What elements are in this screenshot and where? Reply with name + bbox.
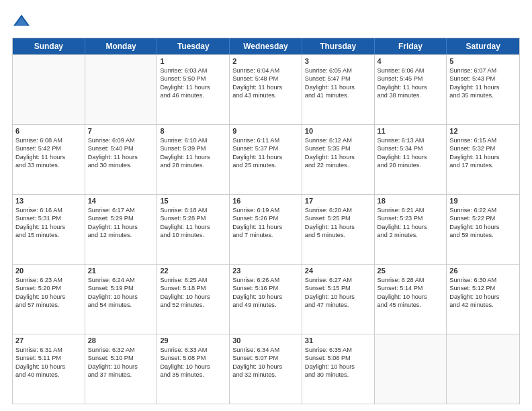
cell-text-line: Sunset: 5:28 PM — [160, 214, 226, 222]
calendar-cell: 6Sunrise: 6:08 AMSunset: 5:42 PMDaylight… — [13, 125, 85, 194]
calendar-cell: 11Sunrise: 6:13 AMSunset: 5:34 PMDayligh… — [375, 125, 447, 194]
cell-text-line: Daylight: 11 hours — [305, 223, 371, 231]
cell-text-line: and 7 minutes. — [232, 231, 299, 239]
calendar-cell: 22Sunrise: 6:25 AMSunset: 5:18 PMDayligh… — [157, 265, 230, 334]
cell-text-line: Sunrise: 6:26 AM — [232, 276, 299, 284]
cell-text-line: and 47 minutes. — [305, 301, 371, 309]
cell-text-line: Sunset: 5:39 PM — [160, 144, 226, 152]
cell-text-line: and 54 minutes. — [88, 301, 154, 309]
calendar-cell: 21Sunrise: 6:24 AMSunset: 5:19 PMDayligh… — [85, 265, 158, 334]
cell-text-line: Sunset: 5:48 PM — [232, 75, 299, 83]
calendar-cell — [13, 55, 85, 124]
day-header-monday: Monday — [85, 38, 158, 54]
calendar-cell — [375, 334, 447, 404]
cell-text-line: Sunset: 5:40 PM — [88, 144, 154, 152]
calendar-cell: 19Sunrise: 6:22 AMSunset: 5:22 PMDayligh… — [447, 195, 519, 264]
cell-text-line: Sunset: 5:10 PM — [88, 354, 154, 362]
cell-text-line: and 2 minutes. — [378, 231, 444, 239]
calendar-cell: 2Sunrise: 6:04 AMSunset: 5:48 PMDaylight… — [230, 55, 302, 124]
cell-text-line: Sunrise: 6:28 AM — [378, 276, 444, 284]
cell-text-line: Sunrise: 6:16 AM — [15, 206, 82, 214]
calendar-cell: 14Sunrise: 6:17 AMSunset: 5:29 PMDayligh… — [85, 195, 158, 264]
cell-text-line: Daylight: 11 hours — [378, 223, 444, 231]
cell-text-line: Daylight: 10 hours — [449, 293, 517, 301]
calendar-cell: 16Sunrise: 6:19 AMSunset: 5:26 PMDayligh… — [230, 195, 302, 264]
calendar-cell — [85, 55, 158, 124]
calendar-cell: 27Sunrise: 6:31 AMSunset: 5:11 PMDayligh… — [13, 334, 85, 404]
cell-text-line: Sunset: 5:25 PM — [305, 214, 371, 222]
day-header-friday: Friday — [375, 38, 447, 54]
cell-text-line: Sunset: 5:42 PM — [15, 144, 82, 152]
cell-text-line: and 57 minutes. — [15, 301, 82, 309]
cell-text-line: Sunset: 5:23 PM — [378, 214, 444, 222]
day-number: 28 — [88, 336, 154, 345]
day-number: 26 — [449, 267, 517, 275]
day-number: 30 — [232, 336, 299, 345]
cell-text-line: Sunrise: 6:27 AM — [305, 276, 371, 284]
calendar-cell: 29Sunrise: 6:33 AMSunset: 5:08 PMDayligh… — [157, 334, 230, 404]
day-number: 20 — [15, 267, 82, 275]
cell-text-line: Sunrise: 6:32 AM — [88, 346, 154, 354]
day-header-saturday: Saturday — [447, 38, 519, 54]
cell-text-line: Sunrise: 6:25 AM — [160, 276, 226, 284]
cell-text-line: Sunset: 5:47 PM — [305, 75, 371, 83]
day-number: 16 — [232, 197, 299, 205]
cell-text-line: and 25 minutes. — [232, 161, 299, 169]
cell-text-line: Sunset: 5:37 PM — [232, 144, 299, 152]
calendar-cell: 17Sunrise: 6:20 AMSunset: 5:25 PMDayligh… — [302, 195, 375, 264]
cell-text-line: Sunset: 5:35 PM — [305, 144, 371, 152]
cell-text-line: Sunset: 5:18 PM — [160, 284, 226, 292]
calendar-cell: 20Sunrise: 6:23 AMSunset: 5:20 PMDayligh… — [13, 265, 85, 334]
header — [12, 12, 520, 31]
cell-text-line: Daylight: 10 hours — [449, 223, 517, 231]
cell-text-line: Daylight: 10 hours — [232, 293, 299, 301]
calendar-cell: 12Sunrise: 6:15 AMSunset: 5:32 PMDayligh… — [447, 125, 519, 194]
calendar-cell: 25Sunrise: 6:28 AMSunset: 5:14 PMDayligh… — [375, 265, 447, 334]
calendar-week-4: 20Sunrise: 6:23 AMSunset: 5:20 PMDayligh… — [13, 264, 519, 334]
day-number: 29 — [160, 336, 226, 345]
cell-text-line: Sunset: 5:43 PM — [449, 75, 517, 83]
cell-text-line: Sunrise: 6:21 AM — [378, 206, 444, 214]
cell-text-line: Sunrise: 6:22 AM — [449, 206, 517, 214]
calendar-week-1: 1Sunrise: 6:03 AMSunset: 5:50 PMDaylight… — [13, 54, 519, 124]
cell-text-line: Sunset: 5:20 PM — [15, 284, 82, 292]
cell-text-line: and 38 minutes. — [378, 91, 444, 99]
day-header-thursday: Thursday — [302, 38, 375, 54]
cell-text-line: Sunrise: 6:17 AM — [88, 206, 154, 214]
cell-text-line: Sunset: 5:45 PM — [378, 75, 444, 83]
cell-text-line: Daylight: 10 hours — [305, 363, 371, 371]
calendar-cell: 4Sunrise: 6:06 AMSunset: 5:45 PMDaylight… — [375, 55, 447, 124]
day-number: 3 — [305, 57, 371, 65]
cell-text-line: Sunrise: 6:11 AM — [232, 136, 299, 144]
cell-text-line: Daylight: 10 hours — [88, 363, 154, 371]
cell-text-line: Sunrise: 6:23 AM — [15, 276, 82, 284]
calendar-cell: 15Sunrise: 6:18 AMSunset: 5:28 PMDayligh… — [157, 195, 230, 264]
calendar-cell: 10Sunrise: 6:12 AMSunset: 5:35 PMDayligh… — [302, 125, 375, 194]
cell-text-line: and 45 minutes. — [378, 301, 444, 309]
cell-text-line: Daylight: 11 hours — [232, 153, 299, 161]
cell-text-line: Sunrise: 6:12 AM — [305, 136, 371, 144]
cell-text-line: and 35 minutes. — [449, 91, 517, 99]
cell-text-line: Sunrise: 6:33 AM — [160, 346, 226, 354]
calendar-header: SundayMondayTuesdayWednesdayThursdayFrid… — [13, 38, 519, 54]
day-number: 1 — [160, 57, 226, 65]
cell-text-line: and 49 minutes. — [232, 301, 299, 309]
cell-text-line: and 28 minutes. — [160, 161, 226, 169]
cell-text-line: Sunset: 5:06 PM — [305, 354, 371, 362]
day-number: 18 — [378, 197, 444, 205]
cell-text-line: Daylight: 10 hours — [15, 363, 82, 371]
day-number: 31 — [305, 336, 371, 345]
day-number: 10 — [305, 127, 371, 135]
cell-text-line: and 32 minutes. — [232, 371, 299, 379]
cell-text-line: Daylight: 11 hours — [15, 153, 82, 161]
cell-text-line: and 10 minutes. — [160, 231, 226, 239]
cell-text-line: Daylight: 11 hours — [305, 83, 371, 91]
day-number: 4 — [378, 57, 444, 65]
calendar-week-5: 27Sunrise: 6:31 AMSunset: 5:11 PMDayligh… — [13, 334, 519, 404]
cell-text-line: Sunrise: 6:31 AM — [15, 346, 82, 354]
cell-text-line: Sunset: 5:22 PM — [449, 214, 517, 222]
cell-text-line: Daylight: 10 hours — [160, 293, 226, 301]
day-number: 25 — [378, 267, 444, 275]
calendar-cell: 18Sunrise: 6:21 AMSunset: 5:23 PMDayligh… — [375, 195, 447, 264]
calendar-cell: 28Sunrise: 6:32 AMSunset: 5:10 PMDayligh… — [85, 334, 158, 404]
